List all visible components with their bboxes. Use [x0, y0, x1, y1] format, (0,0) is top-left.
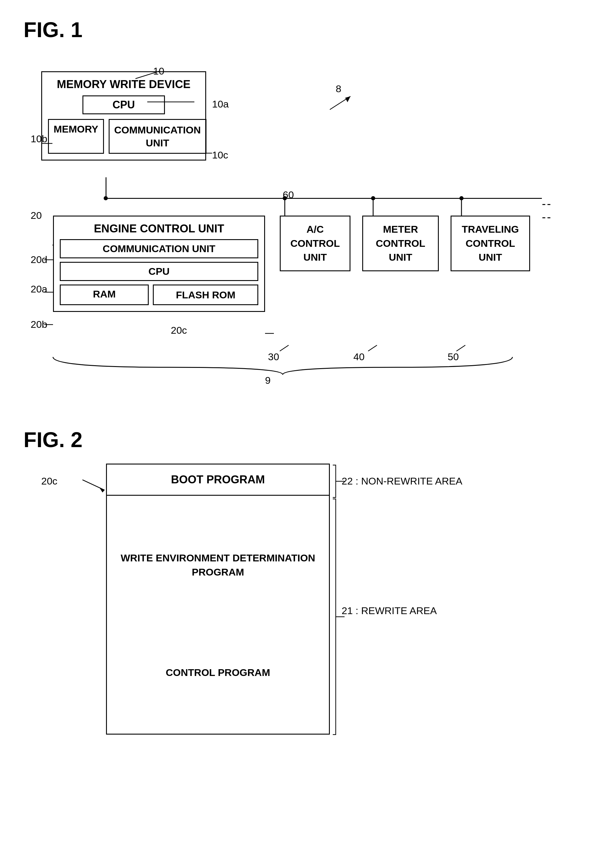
mwd-cpu-box: CPU	[83, 96, 165, 114]
dot-travel	[460, 196, 464, 200]
fig1-container: 10 MEMORY WRITE DEVICE CPU MEMORY COMMUN…	[24, 54, 554, 392]
travel-line2: CONTROL	[466, 238, 515, 249]
mwd-title: MEMORY WRITE DEVICE	[48, 78, 199, 91]
traveling-control-unit: TRAVELING CONTROL UNIT	[451, 216, 530, 271]
ac-line3: UNIT	[303, 251, 327, 263]
dot-ecu	[104, 196, 108, 200]
ecu-title: ENGINE CONTROL UNIT	[60, 222, 258, 235]
boot-program-section: BOOT PROGRAM	[107, 465, 329, 496]
label-21: 21 : REWRITE AREA	[342, 605, 437, 617]
svg-line-17	[457, 345, 465, 351]
label-20a: 20a	[31, 283, 47, 295]
label-9: 9	[265, 375, 271, 386]
svg-line-10	[330, 96, 351, 109]
svg-line-15	[280, 345, 289, 351]
ac-line1: A/C	[307, 224, 324, 235]
meter-control-unit: METER CONTROL UNIT	[362, 216, 439, 271]
memory-write-device: MEMORY WRITE DEVICE CPU MEMORY COMMUNICA…	[41, 71, 206, 161]
ac-line2: CONTROL	[290, 238, 340, 249]
label-60: 60	[283, 189, 294, 201]
label-50: 50	[448, 351, 459, 363]
label-22: 22 : NON-REWRITE AREA	[342, 475, 462, 487]
label-20b: 20b	[31, 319, 47, 330]
flash-rom-diagram: BOOT PROGRAM WRITE ENVIRONMENT DETERMINA…	[106, 464, 330, 735]
meter-line2: CONTROL	[376, 238, 425, 249]
meter-line3: UNIT	[389, 251, 412, 263]
ecu-comm-box: COMMUNICATION UNIT	[60, 239, 258, 258]
label-30: 30	[268, 351, 279, 363]
svg-marker-19	[100, 488, 105, 493]
bus-dashed: ----	[542, 197, 554, 224]
ecu-flash-box: FLASH ROM	[153, 285, 258, 305]
label-20d: 20d	[31, 254, 47, 266]
meter-line1: METER	[383, 224, 418, 235]
label-10a: 10a	[212, 98, 229, 110]
label-40: 40	[354, 351, 365, 363]
fig1-label: FIG. 1	[24, 18, 570, 42]
label-10b: 10b	[31, 133, 47, 145]
travel-line1: TRAVELING	[462, 224, 519, 235]
label-8: 8	[336, 83, 341, 94]
svg-line-18	[83, 480, 105, 490]
label-20c: 20c	[171, 325, 187, 336]
bus-line	[106, 198, 542, 199]
fig2-container: 20c BOOT PROGRAM WRITE ENVIRONMENT DETER…	[24, 464, 554, 758]
dot-meter	[371, 196, 375, 200]
svg-marker-11	[345, 96, 351, 102]
mwd-memory-box: MEMORY	[48, 119, 104, 154]
label-20c-fig2: 20c	[41, 475, 57, 487]
label-10c: 10c	[212, 149, 228, 161]
control-program-text: CONTROL PROGRAM	[113, 667, 323, 678]
ac-control-unit: A/C CONTROL UNIT	[280, 216, 351, 271]
ecu-ram-box: RAM	[60, 285, 149, 305]
travel-line3: UNIT	[479, 251, 502, 263]
ecu-cpu-box: CPU	[60, 262, 258, 281]
write-env-text: WRITE ENVIRONMENT DETERMINATION PROGRAM	[113, 551, 323, 579]
fig2-label: FIG. 2	[24, 428, 570, 452]
label-20: 20	[31, 210, 42, 221]
mwd-comm-box: COMMUNICATION UNIT	[109, 119, 206, 154]
svg-line-16	[368, 345, 377, 351]
rewrite-section: WRITE ENVIRONMENT DETERMINATION PROGRAM …	[107, 496, 329, 734]
engine-control-unit: ENGINE CONTROL UNIT COMMUNICATION UNIT C…	[53, 216, 265, 312]
